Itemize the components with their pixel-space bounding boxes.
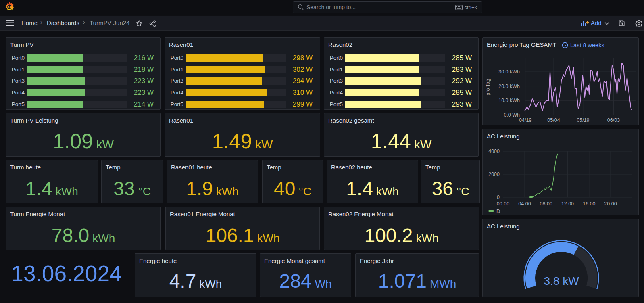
svg-text:20:00: 20:00: [604, 201, 617, 207]
svg-text:04:00: 04:00: [518, 201, 531, 207]
svg-text:08:00: 08:00: [540, 201, 552, 207]
svg-text:16:00: 16:00: [583, 201, 595, 207]
svg-text:05/04: 05/04: [547, 117, 560, 123]
svg-text:D: D: [496, 208, 500, 214]
svg-text:10.0 kWh: 10.0 kWh: [498, 98, 520, 103]
svg-text:06/03: 06/03: [607, 117, 620, 123]
svg-text:pro Tag: pro Tag: [485, 79, 491, 96]
svg-text:05/19: 05/19: [577, 117, 589, 123]
svg-text:3.8 kW: 3.8 kW: [544, 275, 579, 287]
svg-text:00:00: 00:00: [497, 201, 509, 207]
svg-text:0.0 Wh: 0.0 Wh: [504, 112, 520, 118]
svg-text:20.0 kWh: 20.0 kWh: [498, 84, 520, 89]
svg-text:0: 0: [497, 194, 500, 200]
svg-text:04/19: 04/19: [519, 117, 531, 123]
svg-text:30.0 kWh: 30.0 kWh: [498, 69, 520, 75]
svg-text:12:00: 12:00: [561, 201, 574, 207]
svg-text:2000: 2000: [488, 171, 500, 177]
svg-text:4000: 4000: [488, 148, 500, 154]
